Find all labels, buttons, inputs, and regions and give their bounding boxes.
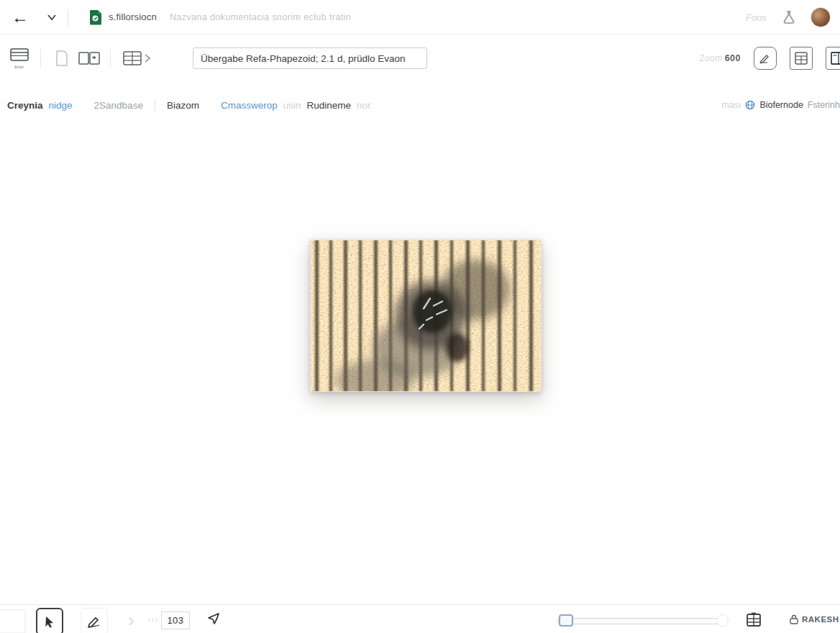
avatar[interactable] xyxy=(811,8,830,27)
nav-right-group: ması Biofernode Fsterinh xyxy=(721,92,840,118)
save-table-label: Enter xyxy=(10,65,29,69)
account-label[interactable]: Foos xyxy=(746,12,767,23)
nav-link-b[interactable]: Rudineme xyxy=(306,100,351,111)
nav-link-b-suffix: nor xyxy=(357,100,371,111)
toolbar-right-group: Zoom 600 xyxy=(699,35,840,82)
pen-icon xyxy=(87,614,101,629)
app-name: s.fillorsiocn xyxy=(109,12,157,22)
toolbar: Enter Zoom 600 xyxy=(0,35,840,82)
zoom-slider-end[interactable] xyxy=(716,614,729,627)
divider xyxy=(40,49,41,68)
folder-icon xyxy=(0,609,26,633)
reorder-pages-icon[interactable] xyxy=(76,45,103,72)
zoom-value: 600 xyxy=(725,53,741,63)
document-path: Nazvana dokumentacia snorim eclub tratin xyxy=(170,12,351,22)
chevron-down-icon[interactable] xyxy=(46,12,58,23)
top-bar: ← s.fillorsiocn Nazvana dokumentacia sno… xyxy=(0,0,840,35)
insert-table-button[interactable] xyxy=(118,45,155,72)
document-viewer-app: ← s.fillorsiocn Nazvana dokumentacia sno… xyxy=(0,0,840,633)
document-title-input[interactable] xyxy=(193,47,427,69)
nav-right-suffix: Fsterinh xyxy=(808,100,840,110)
topbar-right-group: Foos xyxy=(746,0,830,35)
blank-page-icon[interactable] xyxy=(48,45,76,72)
share-arrow-icon[interactable] xyxy=(204,611,222,629)
sidebar-panel-button[interactable] xyxy=(826,47,840,70)
grid-view-button[interactable] xyxy=(790,47,813,70)
chevron-right-icon xyxy=(144,54,151,63)
crumb-tertiary[interactable]: Biazom xyxy=(167,100,199,111)
carpet-texture-photo[interactable] xyxy=(310,240,542,392)
nav-link-a[interactable]: Cmasswerop xyxy=(221,100,278,111)
document-canvas xyxy=(0,118,840,604)
flask-icon[interactable] xyxy=(781,9,797,25)
crumb-secondary[interactable]: 2Sandbase xyxy=(94,100,143,111)
globe-icon xyxy=(745,100,755,110)
zoom-slider-track[interactable] xyxy=(557,618,723,624)
bottom-toolbar: › ııı ııı 103 RAKESH xyxy=(0,604,840,633)
document-file-icon xyxy=(88,9,103,25)
divider xyxy=(68,9,68,25)
zoom-slider-handle[interactable] xyxy=(559,614,573,627)
nav-row: Creynia nidge 2Sandbase Biazom Cmasswero… xyxy=(0,92,840,118)
divider xyxy=(110,49,111,68)
back-icon[interactable]: ← xyxy=(12,9,29,26)
page-number-input[interactable]: 103 xyxy=(161,611,190,629)
cursor-icon xyxy=(43,615,56,628)
lock-status: RAKESH xyxy=(790,614,839,624)
thumbnail-grid-button[interactable] xyxy=(743,609,764,631)
crumb-primary-link[interactable]: nidge xyxy=(49,100,73,111)
lock-icon xyxy=(790,614,798,624)
zoom-indicator: Zoom 600 xyxy=(699,53,741,63)
nav-right-label[interactable]: Biofernode xyxy=(759,100,803,110)
nav-right-prefix: ması xyxy=(721,100,741,110)
save-table-button[interactable]: Enter xyxy=(6,45,33,72)
nav-link-a-suffix: usin xyxy=(283,100,301,111)
lock-label: RAKESH xyxy=(802,615,839,624)
crumb-primary[interactable]: Creynia xyxy=(7,100,43,111)
draw-tool-button[interactable] xyxy=(81,608,108,633)
zoom-slider[interactable] xyxy=(557,614,729,627)
edit-signature-button[interactable] xyxy=(754,47,777,70)
divider xyxy=(155,99,155,111)
select-tool-button[interactable] xyxy=(36,608,63,633)
next-page-icon[interactable]: › xyxy=(128,609,134,632)
zoom-label: Zoom xyxy=(699,53,722,63)
